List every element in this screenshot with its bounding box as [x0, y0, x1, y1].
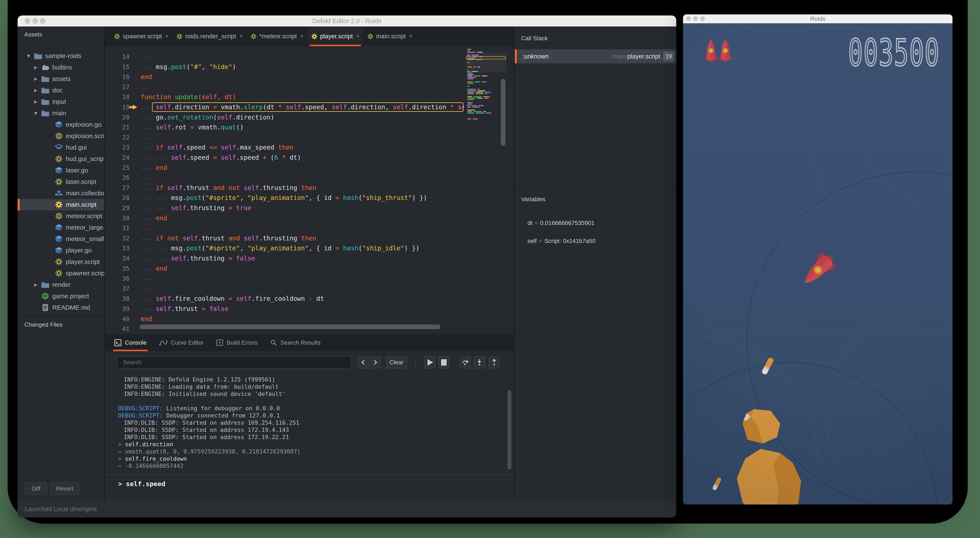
code-line-40[interactable]: 40end: [105, 314, 514, 324]
tree-item-main-script[interactable]: main.script: [18, 199, 104, 210]
code-line-37[interactable]: 37: [105, 284, 514, 294]
find-previous-button[interactable]: [358, 356, 369, 369]
tab-curve-editor[interactable]: Curve Editor: [159, 334, 204, 351]
tree-item-label: meteor.script: [66, 212, 102, 220]
tree-item-meteor-small-go[interactable]: meteor_small.go: [18, 233, 104, 245]
code-line-38[interactable]: 38self.fire_cooldown = self.fire_cooldow…: [105, 294, 514, 304]
code-line-28[interactable]: 28msg.post("#sprite", "play_animation", …: [105, 193, 514, 203]
close-tab-icon[interactable]: ×: [409, 33, 412, 40]
star-dot: [810, 150, 811, 152]
console-output: INFO:ENGINE: Defold Engine 1.2.125 (f999…: [105, 376, 514, 474]
tab--meteor-script[interactable]: *meteor.script×: [247, 27, 307, 46]
tree-item-hud-gui-script[interactable]: hud.gui_script: [18, 153, 104, 164]
close-tab-icon[interactable]: ×: [165, 33, 169, 40]
tab-main-script[interactable]: main.script×: [363, 27, 416, 46]
code-line-16[interactable]: 16end: [105, 72, 514, 82]
tree-item-laser-go[interactable]: laser.go: [18, 164, 104, 176]
tree-item-player-script[interactable]: player.script: [18, 256, 104, 268]
chevron-down-icon[interactable]: ▼: [24, 54, 33, 58]
code-line-18[interactable]: 18function update(self, dt): [105, 92, 514, 102]
tab-console[interactable]: Console: [114, 334, 147, 351]
step-into-button[interactable]: [474, 356, 485, 369]
variable-name: self: [527, 238, 537, 244]
code-line-39[interactable]: 39self.thrust = false: [105, 304, 514, 314]
tab-roids-render-script[interactable]: roids.render_script×: [172, 27, 247, 46]
star-dot: [863, 405, 864, 405]
tree-item-readme-md[interactable]: README.md: [18, 302, 104, 313]
code-line-17[interactable]: 17: [105, 82, 514, 92]
tab-spawner-script[interactable]: spawner.script×: [110, 27, 172, 46]
chevron-down-icon[interactable]: ▼: [31, 111, 40, 115]
tree-item-input[interactable]: ▶input: [18, 96, 104, 107]
tree-item-explosion-script[interactable]: explosion.script: [18, 130, 104, 142]
tree-item-spawner-script[interactable]: spawner.script: [18, 268, 104, 279]
stop-button[interactable]: [438, 356, 449, 369]
tab-search-results[interactable]: Search Results: [270, 334, 321, 351]
code-editor[interactable]: 1415msg.post("#", "hide")16end1718functi…: [105, 46, 514, 334]
code-line-41[interactable]: 41: [105, 324, 514, 334]
tree-item-explosion-go[interactable]: explosion.go: [18, 119, 104, 130]
tree-item-render[interactable]: ▶render: [18, 279, 104, 291]
tree-item-doc[interactable]: ▶doc: [18, 85, 104, 96]
code-line-34[interactable]: 34self.thrusting = false: [105, 253, 514, 263]
code-line-26[interactable]: 26: [105, 172, 514, 183]
life-ship-icon: [705, 38, 717, 64]
code-line-22[interactable]: 22: [105, 133, 514, 142]
resume-button[interactable]: [424, 356, 435, 369]
close-tab-icon[interactable]: ×: [239, 33, 243, 40]
code-line-23[interactable]: 23if self.speed <= self.max_speed then: [105, 142, 514, 153]
code-line-35[interactable]: 35end: [105, 263, 514, 274]
tree-item-assets[interactable]: ▶assets: [18, 73, 104, 85]
step-over-button[interactable]: [460, 356, 471, 369]
code-line-36[interactable]: 36: [105, 273, 514, 284]
editor-titlebar[interactable]: Defold Editor 2.0 - Roids: [18, 16, 676, 27]
tree-item-laser-script[interactable]: laser.script: [18, 176, 104, 187]
chevron-right-icon[interactable]: ▶: [31, 88, 40, 93]
variable-row-self[interactable]: self=Script: 0x141b7a50: [527, 238, 595, 244]
code-line-27[interactable]: 27if self.thrust and not self.thrusting …: [105, 183, 514, 193]
code-line-text: end: [140, 72, 464, 82]
tree-item-meteor-script[interactable]: meteor.script: [18, 210, 104, 222]
tree-item-sample-roids[interactable]: ▼sample-roids: [18, 50, 104, 62]
code-line-21[interactable]: 21self.rot = vmath.quat(): [105, 122, 514, 133]
code-line-15[interactable]: 15msg.post("#", "hide"): [105, 62, 514, 72]
chevron-right-icon[interactable]: ▶: [31, 99, 40, 104]
tree-item-builtins[interactable]: ▶builtins: [18, 62, 104, 73]
close-tab-icon[interactable]: ×: [300, 33, 304, 40]
code-line-24[interactable]: 24self.speed = self.speed + (6 * dt): [105, 153, 514, 163]
tab-build-errors[interactable]: Build Errors: [216, 334, 258, 351]
tree-item-main[interactable]: ▼main: [18, 107, 104, 119]
tree-item-game-project[interactable]: game.project: [18, 291, 104, 302]
variable-row-dt[interactable]: dt=0.016666667535901: [527, 220, 595, 227]
chevron-right-icon[interactable]: ▶: [31, 65, 40, 70]
code-line-25[interactable]: 25end: [105, 163, 514, 173]
call-stack-frame[interactable]: :unknown /main/player.script 19: [515, 49, 676, 63]
game-viewport[interactable]: 003500: [683, 23, 953, 504]
chevron-right-icon[interactable]: ▶: [31, 283, 40, 287]
console-prompt[interactable]: >self.speed: [118, 480, 165, 488]
code-line-29[interactable]: 29self.thrusting = true: [105, 203, 514, 213]
console-scrollbar[interactable]: [508, 390, 511, 469]
tree-item-main-collection[interactable]: main.collection: [18, 187, 104, 199]
clear-console-button[interactable]: Clear: [386, 356, 407, 369]
tree-item-hud-gui[interactable]: hud.gui: [18, 142, 104, 153]
revert-button[interactable]: Revert: [50, 482, 80, 495]
code-line-20[interactable]: 20go.set_rotation(self.direction): [105, 112, 514, 123]
code-line-33[interactable]: 33msg.post("#sprite", "play_animation", …: [105, 243, 514, 253]
tab-player-script[interactable]: player.script×: [307, 27, 363, 46]
diff-button[interactable]: Diff: [25, 482, 47, 495]
document-tabstrip: spawner.script×roids.render_script×*mete…: [105, 27, 514, 46]
tree-item-player-go[interactable]: player.go: [18, 245, 104, 256]
code-line-30[interactable]: 30end: [105, 213, 514, 223]
close-tab-icon[interactable]: ×: [356, 33, 360, 40]
code-line-32[interactable]: 32if not self.thrust and self.thrusting …: [105, 233, 514, 243]
tree-item-meteor-large-go[interactable]: meteor_large.go: [18, 222, 104, 233]
chevron-right-icon[interactable]: ▶: [31, 77, 40, 81]
find-next-button[interactable]: [370, 356, 381, 369]
code-line-19[interactable]: 19self.direction = vmath.slerp(dt * self…: [105, 102, 514, 112]
step-out-button[interactable]: [489, 356, 500, 369]
search-input[interactable]: [117, 356, 351, 369]
code-line-31[interactable]: 31: [105, 223, 514, 233]
code-line-14[interactable]: 14: [105, 52, 514, 62]
game-titlebar[interactable]: Roids: [683, 14, 953, 23]
